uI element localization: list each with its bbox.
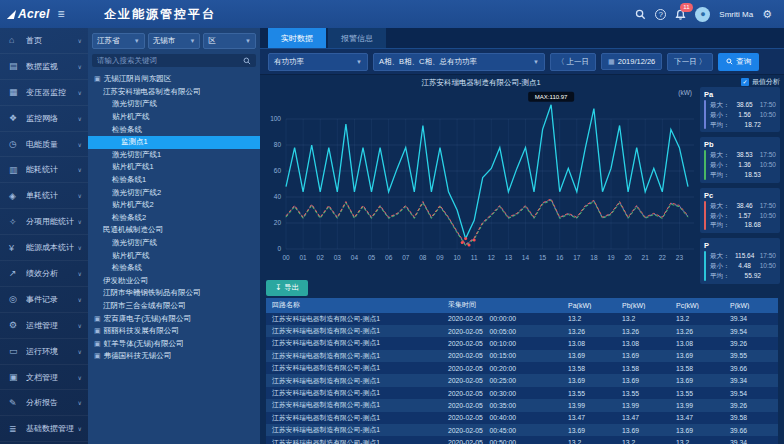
unit-consumption-stats-icon: ◈ (9, 191, 22, 201)
tree-node[interactable]: 江阴市三合金绒有限公司 (88, 300, 260, 313)
tree-node[interactable]: 伊发勘业公司 (88, 275, 260, 288)
avatar[interactable]: ● (695, 7, 710, 22)
tree-node[interactable]: ▣弗德国科技无锡公司 (88, 350, 260, 363)
table-cell: 江苏安科瑞电器制造有限公司-测点1 (266, 376, 442, 386)
tree-node[interactable]: ▣宏百康电子(无锡)有限公司 (88, 312, 260, 325)
menu-toggle-icon[interactable]: ≡ (58, 7, 65, 21)
table-cell: 39.26 (724, 340, 778, 347)
stat-label: 最大： (710, 150, 730, 160)
device-tree: ▣无锡江阴肖闸东园区江苏安科瑞电器制造有限公司激光切割产线贴片机产线检验条线监测… (88, 71, 260, 444)
table-cell: 13.26 (616, 328, 670, 335)
sidebar-item-runtime-environment[interactable]: ▭运行环境∨ (0, 339, 88, 365)
stat-color-bar (704, 150, 706, 179)
export-button[interactable]: ↧ 导出 (266, 280, 308, 296)
tree-node[interactable]: 检验条线2 (88, 212, 260, 225)
stat-row: 最小：1.5710:50 (710, 211, 776, 221)
chevron-down-icon: ∨ (78, 192, 82, 199)
sidebar-item-energy-cost-stats[interactable]: ¥能源成本统计∨ (0, 235, 88, 261)
date-picker[interactable]: ▦ 2019/12/26 (601, 53, 662, 70)
tree-node[interactable]: ▣无锡江阴肖闸东园区 (88, 73, 260, 86)
table-cell: 江苏安科瑞电器制造有限公司-测点1 (266, 400, 442, 410)
svg-text:08: 08 (419, 254, 427, 261)
table-cell: 39.66 (724, 365, 778, 372)
chevron-down-icon: ∨ (78, 89, 82, 96)
gear-icon[interactable]: ⚙ (762, 8, 772, 21)
search-icon[interactable] (635, 9, 646, 20)
tree-node-label: 民通机械制造公司 (103, 225, 163, 235)
sidebar-item-energy-consumption-stats[interactable]: ▥能耗统计∨ (0, 157, 88, 183)
tree-node[interactable]: 检验条线 (88, 123, 260, 136)
svg-text:60: 60 (274, 167, 282, 174)
svg-text:11: 11 (471, 254, 478, 261)
tree-node[interactable]: 江阴市华赣钢铁制品有限公司 (88, 287, 260, 300)
power-type-select[interactable]: 有功功率 ▼ (268, 53, 368, 71)
energy-consumption-stats-icon: ▥ (9, 165, 22, 175)
next-day-button[interactable]: 下一日 〉 (667, 53, 713, 71)
logo: Acrel ≡ (0, 7, 88, 21)
stat-time: 17:50 (760, 100, 776, 110)
sidebar-item-power-quality[interactable]: ◷电能质量∨ (0, 132, 88, 158)
region-select-0[interactable]: 江苏省▼ (92, 33, 145, 49)
tree-node[interactable]: 贴片机产线1 (88, 161, 260, 174)
tree-node[interactable]: ▣虹羊导体(无锡)有限公司 (88, 337, 260, 350)
sidebar-item-performance-analysis[interactable]: ↗绩效分析∨ (0, 261, 88, 287)
tree-node[interactable]: 贴片机产线 (88, 249, 260, 262)
tab-realtime-data[interactable]: 实时数据 (268, 28, 326, 48)
tree-node[interactable]: 检验条线 (88, 262, 260, 275)
stat-row: 平均：18.53 (710, 170, 776, 180)
sidebar-item-unit-consumption-stats[interactable]: ◈单耗统计∨ (0, 183, 88, 209)
tree-node[interactable]: 检验条线1 (88, 174, 260, 187)
stat-label: 最小： (710, 211, 730, 221)
table-cell: 13.55 (670, 390, 724, 397)
tree-node[interactable]: 贴片机产线 (88, 111, 260, 124)
sidebar-item-home[interactable]: ⌂首页∨ (0, 28, 88, 54)
region-select-1[interactable]: 无锡市▼ (148, 33, 201, 49)
stat-color-bar (704, 251, 706, 280)
power-line-chart[interactable]: 0204060801000001020304050607080910111213… (264, 89, 698, 273)
region-select-2[interactable]: 区▼ (203, 33, 256, 49)
table-cell: 13.69 (670, 427, 724, 434)
tree-node[interactable]: 贴片机产线2 (88, 199, 260, 212)
search-icon[interactable] (243, 57, 251, 65)
phase-select[interactable]: A相、B相、C相、总有功功率 ▼ (373, 53, 545, 71)
calendar-icon: ▦ (608, 58, 615, 66)
power-quality-icon: ◷ (9, 139, 22, 149)
tree-node-selected[interactable]: 监测点1 (88, 136, 260, 149)
sidebar-item-subentry-energy-stats[interactable]: ✧分项用能统计∨ (0, 209, 88, 235)
tree-node[interactable]: 激光切割产线1 (88, 149, 260, 162)
tree-node-label: 江阴市华赣钢铁制品有限公司 (103, 288, 201, 298)
sidebar-item-base-data-management[interactable]: ≣基础数据管理∨ (0, 416, 88, 442)
tree-search-input[interactable] (97, 56, 243, 65)
tree-node[interactable]: 激光切割产线2 (88, 186, 260, 199)
table-cell: 13.69 (562, 377, 616, 384)
chart-title: 江苏安科瑞电器制造有限公司-测点1 (264, 77, 698, 89)
logo-text: Acrel (18, 7, 50, 21)
svg-text:18: 18 (590, 254, 598, 261)
notifications-bell-icon[interactable]: 11 (675, 9, 686, 20)
extremes-checkbox[interactable]: ✓ 最值分析 (700, 77, 780, 87)
query-button[interactable]: 查询 (718, 53, 759, 71)
tree-node-label: 检验条线 (112, 125, 142, 135)
prev-day-button[interactable]: 〈 上一日 (550, 53, 596, 71)
table-cell: 13.2 (670, 315, 724, 322)
sidebar-item-analysis-report[interactable]: ✎分析报告∨ (0, 390, 88, 416)
sidebar-item-event-records[interactable]: ◎事件记录∨ (0, 287, 88, 313)
tab-alarm-info[interactable]: 报警信息 (328, 28, 386, 48)
tree-node[interactable]: 激光切割产线 (88, 98, 260, 111)
stat-value: 1.57 (738, 211, 751, 221)
table-row: 江苏安科瑞电器制造有限公司-测点12020-02-05 00:40:0013.4… (266, 412, 778, 424)
tree-node[interactable]: 民通机械制造公司 (88, 224, 260, 237)
table-cell: 13.55 (616, 390, 670, 397)
sidebar-item-monitor-network[interactable]: ❖监控网络∨ (0, 106, 88, 132)
chevron-down-icon: ∨ (78, 348, 82, 355)
tree-node[interactable]: 激光切割产线 (88, 237, 260, 250)
tree-node[interactable]: ▣丽丽科技发展有限公司 (88, 325, 260, 338)
home-icon: ⌂ (9, 35, 22, 45)
sidebar-item-ops-management[interactable]: ⚙运维管理∨ (0, 313, 88, 339)
event-records-icon: ◎ (9, 294, 22, 304)
sidebar-item-data-monitor[interactable]: ▤数据监视∨ (0, 54, 88, 80)
tree-node[interactable]: 江苏安科瑞电器制造有限公司 (88, 86, 260, 99)
sidebar-item-transformer-monitor[interactable]: ▦变压器监控∨ (0, 80, 88, 106)
sidebar-item-document-management[interactable]: ▣文档管理∨ (0, 365, 88, 391)
help-icon[interactable]: ? (655, 9, 666, 20)
